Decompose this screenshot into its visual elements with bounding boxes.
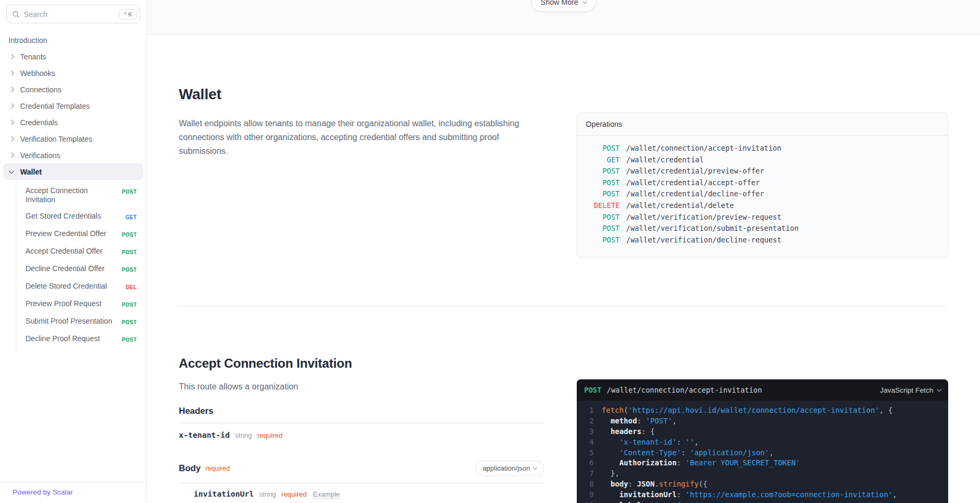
code-text: invitationUrl: 'https://example.com?oob=… [602, 490, 897, 500]
sidebar-item-preview-credential-offer[interactable]: Preview Credential OfferPOST [16, 226, 146, 243]
line-number: 4 [577, 437, 594, 448]
content-type-select[interactable]: application/json [475, 461, 544, 476]
operations-card-title: Operations [577, 113, 948, 136]
sidebar-item-label: Get Stored Credentials [25, 212, 126, 221]
operation-row[interactable]: DELETE/wallet/credential/delete [586, 200, 939, 212]
operation-row[interactable]: POST/wallet/verification/submit-presenta… [586, 223, 939, 235]
code-token: : [677, 438, 686, 446]
operation-path: /wallet/verification/preview-request [626, 212, 782, 223]
sidebar-item-introduction[interactable]: Introduction [0, 32, 146, 48]
sidebar-item-credentials[interactable]: Credentials [0, 114, 146, 131]
code-token: headers [611, 427, 641, 436]
operation-path: /wallet/credential [626, 154, 704, 166]
sidebar-item-decline-credential-offer[interactable]: Decline Credential OfferPOST [16, 261, 146, 278]
show-more-label: Show More [541, 0, 578, 6]
content: Wallet Wallet endpoints allow tenants to… [147, 35, 980, 503]
search-placeholder: Search [24, 10, 115, 19]
operation-row[interactable]: POST/wallet/credential/decline-offer [586, 188, 939, 200]
sidebar-item-label: Wallet [20, 168, 42, 176]
sidebar-item-webhooks[interactable]: Webhooks [0, 65, 146, 81]
sidebar-item-tenants[interactable]: Tenants [0, 48, 146, 65]
powered-by-scalar-link[interactable]: Powered by Scalar [0, 482, 146, 503]
wallet-sub-list: Accept Connection InvitationPOSTGet Stor… [16, 180, 146, 351]
sidebar-item-label: Credentials [20, 118, 58, 127]
sidebar-item-label: Verification Templates [20, 135, 92, 143]
param-name: invitationUrl [194, 490, 254, 498]
code-lines: 1fetch('https://api.hovi.id/wallet/conne… [577, 401, 948, 503]
code-text: body: JSON.stringify({ [602, 479, 707, 490]
code-token: 'Content-Type' [619, 448, 681, 457]
code-token: 'x-tenant-id' [619, 438, 677, 446]
code-token: }, [602, 469, 619, 478]
code-line: 2 method: 'POST', [577, 416, 943, 427]
chevron-down-icon [583, 0, 587, 4]
operation-row[interactable]: POST/wallet/verification/preview-request [586, 212, 939, 223]
param-name: x-tenant-id [179, 431, 230, 439]
sidebar-item-preview-proof-request[interactable]: Preview Proof RequestPOST [16, 296, 146, 313]
code-token [602, 448, 619, 457]
code-path: /wallet/connection/accept-invitation [607, 386, 880, 394]
sidebar-item-accept-credential-offer[interactable]: Accept Credential OfferPOST [16, 243, 146, 261]
operation-path: /wallet/verification/submit-presentation [626, 223, 799, 235]
chevron-down-icon [9, 168, 14, 174]
line-number: 3 [577, 427, 594, 437]
operation-row[interactable]: POST/wallet/credential/preview-offer [586, 166, 939, 177]
code-token: 'application/json' [690, 448, 769, 457]
sidebar-item-label: Accept Connection Invitation [25, 186, 122, 204]
code-text: label: 'Acme Corp', [602, 500, 703, 503]
code-token: ({ [699, 480, 708, 488]
operation-row[interactable]: POST/wallet/connection/accept-invitation [586, 143, 939, 154]
operation-path: /wallet/verification/decline-request [626, 235, 782, 246]
code-text: Authorization: 'Bearer YOUR_SECRET_TOKEN… [602, 458, 800, 469]
line-number: 6 [577, 458, 594, 469]
code-text: fetch('https://api.hovi.id/wallet/connec… [602, 405, 892, 416]
sidebar-item-label: Decline Credential Offer [25, 264, 122, 273]
sidebar-item-delete-stored-credential[interactable]: Delete Stored CredentialDEL [16, 278, 146, 296]
body-title: Body [179, 463, 201, 473]
sidebar-item-verifications[interactable]: Verifications [0, 147, 146, 163]
sidebar-item-get-stored-credentials[interactable]: Get Stored CredentialsGET [16, 208, 146, 226]
sidebar-item-connections[interactable]: Connections [0, 81, 146, 98]
sidebar-item-credential-templates[interactable]: Credential Templates [0, 98, 146, 114]
sidebar-groups: TenantsWebhooksConnectionsCredential Tem… [0, 48, 146, 163]
operation-path: /wallet/credential/accept-offer [626, 177, 760, 189]
code-token: 'POST' [646, 417, 672, 425]
sidebar-item-verification-templates[interactable]: Verification Templates [0, 131, 146, 147]
method-badge: POST [122, 230, 137, 239]
header-param-row: x-tenant-id string required [179, 423, 544, 447]
code-language-select[interactable]: JavaScript Fetch [880, 386, 941, 394]
sidebar-item-decline-proof-request[interactable]: Decline Proof RequestPOST [16, 331, 146, 348]
line-number: 5 [577, 448, 594, 458]
code-line: 4 'x-tenant-id': '', [577, 437, 943, 448]
chevron-right-icon [9, 103, 14, 109]
code-token [602, 501, 619, 503]
sidebar-item-accept-connection-invitation[interactable]: Accept Connection InvitationPOST [16, 183, 146, 208]
search-input[interactable]: Search ^ K [6, 5, 140, 23]
operation-method: POST [586, 212, 620, 223]
code-token: 'https://example.com?oob=connection-invi… [686, 490, 892, 499]
example-link[interactable]: Example [313, 490, 340, 499]
sidebar-item-wallet[interactable]: Wallet [3, 163, 143, 180]
endpoint-title: Accept Connection Invitation [179, 356, 544, 371]
code-line: 9 invitationUrl: 'https://example.com?oo… [577, 490, 943, 500]
code-token: : { [641, 427, 655, 436]
operation-row[interactable]: POST/wallet/credential/accept-offer [586, 177, 939, 189]
code-token: : [641, 501, 651, 503]
code-token: stringify [659, 480, 699, 488]
code-line: 3 headers: { [577, 427, 943, 437]
operation-method: GET [586, 154, 620, 166]
code-text: }, [602, 469, 619, 479]
chevron-right-icon [9, 120, 14, 125]
code-token: : [637, 417, 646, 425]
operations-card: Operations POST/wallet/connection/accept… [577, 112, 948, 258]
endpoint-section-text: Accept Connection Invitation This route … [179, 356, 544, 503]
param-type: string [235, 431, 252, 439]
operation-method: DELETE [586, 200, 620, 212]
wallet-section-text: Wallet Wallet endpoints allow tenants to… [179, 86, 544, 258]
code-token: Authorization [619, 458, 677, 467]
param-required-flag: required [257, 431, 283, 439]
operation-row[interactable]: POST/wallet/verification/decline-request [586, 235, 939, 246]
sidebar-item-submit-proof-presentation[interactable]: Submit Proof PresentationPOST [16, 313, 146, 331]
operation-row[interactable]: GET/wallet/credential [586, 154, 939, 166]
show-more-button[interactable]: Show More [531, 0, 596, 12]
